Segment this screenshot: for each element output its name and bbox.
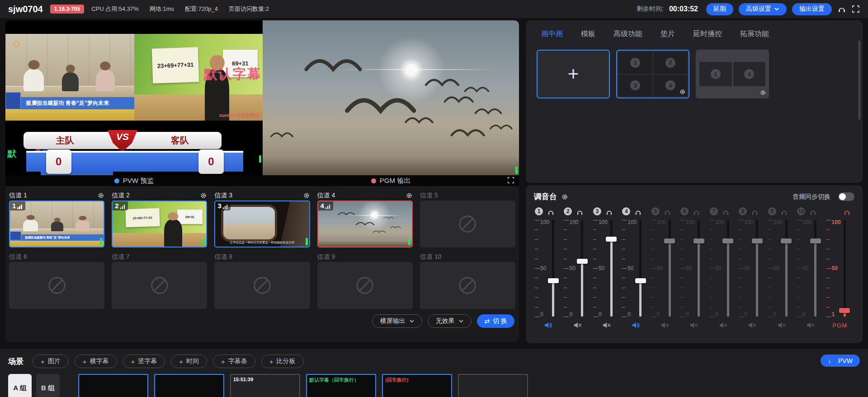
output-settings-button[interactable]: 输出设置 xyxy=(792,3,832,15)
gear-icon[interactable] xyxy=(406,192,413,199)
headphone-icon[interactable] xyxy=(780,208,788,215)
fader-track[interactable] xyxy=(756,220,758,317)
headset-icon[interactable] xyxy=(837,5,846,14)
fullscreen-icon[interactable] xyxy=(852,5,860,13)
gear-icon[interactable] xyxy=(303,192,310,199)
tab-2[interactable]: 高级功能 xyxy=(613,29,642,39)
mute-icon[interactable] xyxy=(748,321,757,329)
fader[interactable]: 100500 xyxy=(738,220,767,317)
tab-1[interactable]: 模板 xyxy=(581,29,595,39)
fader-knob[interactable] xyxy=(606,237,617,242)
fader[interactable]: 100500 xyxy=(651,220,679,317)
channel-thumbnail-9[interactable] xyxy=(317,262,413,309)
template-add-card[interactable]: + xyxy=(537,50,610,98)
add-2-button[interactable]: +竖字幕 xyxy=(123,355,165,368)
advanced-settings-button[interactable]: 高级设置 xyxy=(739,3,787,15)
fader-knob[interactable] xyxy=(781,238,792,243)
orientation-select[interactable]: 横屏输出 xyxy=(372,314,422,328)
fader-track[interactable] xyxy=(785,220,788,317)
headphone-icon[interactable] xyxy=(634,208,642,215)
gear-icon[interactable] xyxy=(200,192,207,199)
fader-track[interactable] xyxy=(844,220,846,317)
scene-thumbnail-3[interactable]: 15:51:39 xyxy=(230,374,300,397)
fader-knob[interactable] xyxy=(810,238,821,243)
add-0-button[interactable]: +图片 xyxy=(33,355,69,368)
scene-thumbnail-1[interactable] xyxy=(78,374,148,397)
headphone-icon[interactable] xyxy=(576,208,584,215)
tab-5[interactable]: 拓展功能 xyxy=(740,29,769,39)
headphone-icon[interactable] xyxy=(722,208,730,215)
group-tab-0[interactable]: A 组 xyxy=(8,374,32,397)
fader-track[interactable] xyxy=(698,220,700,317)
fader[interactable]: 100500 xyxy=(767,220,796,317)
tab-4[interactable]: 延时播控 xyxy=(693,29,722,39)
fader-track[interactable] xyxy=(581,220,583,317)
channel-thumbnail-1[interactable]: 挺膺担当建新功 青春“足”梦向未来 1 xyxy=(9,201,104,248)
gear-icon[interactable] xyxy=(561,193,568,201)
headphone-icon[interactable] xyxy=(693,208,700,215)
audio-sync-toggle[interactable] xyxy=(838,192,854,201)
fader-knob[interactable] xyxy=(664,238,675,243)
scene-thumbnail-6[interactable] xyxy=(458,374,528,397)
channel-thumbnail-2[interactable]: 23+69+77+3169+31 默认字幕xueersi 学而思网校 2 xyxy=(112,201,207,248)
fader[interactable]: 100500 xyxy=(592,220,621,317)
pvw-apply-button[interactable]: ↓ PVW xyxy=(821,355,860,367)
add-5-button[interactable]: +比分板 xyxy=(261,355,304,368)
channel-thumbnail-6[interactable] xyxy=(9,262,104,309)
fader-knob[interactable] xyxy=(577,259,588,264)
headphone-icon[interactable] xyxy=(605,208,613,215)
fader[interactable]: 100501 xyxy=(826,220,854,317)
fader-track[interactable] xyxy=(727,220,729,317)
channel-thumbnail-5[interactable] xyxy=(420,201,515,248)
add-1-button[interactable]: +横字幕 xyxy=(75,355,117,368)
headphone-icon[interactable] xyxy=(664,208,671,215)
mute-icon[interactable] xyxy=(806,321,815,329)
fader-knob[interactable] xyxy=(693,238,704,243)
headphone-icon[interactable] xyxy=(751,208,759,215)
fader-track[interactable] xyxy=(639,220,642,317)
fader[interactable]: 100500 xyxy=(709,220,738,317)
fader-knob[interactable] xyxy=(548,278,559,283)
fader-track[interactable] xyxy=(610,220,613,317)
mute-icon[interactable] xyxy=(660,321,670,329)
speaker-icon[interactable] xyxy=(544,321,553,329)
scene-thumbnail-4[interactable]: 默认字幕（回车换行） xyxy=(306,374,376,397)
mute-icon[interactable] xyxy=(573,321,582,329)
fader[interactable]: 100500 xyxy=(796,220,825,317)
fader-knob[interactable] xyxy=(752,238,763,243)
pgm-fullscreen-icon[interactable] xyxy=(507,177,514,184)
channel-thumbnail-4[interactable]: 4 xyxy=(317,201,413,248)
mute-icon[interactable] xyxy=(777,321,786,329)
speaker-icon[interactable] xyxy=(632,321,641,329)
extend-button[interactable]: 延期 xyxy=(706,3,733,15)
fader-knob[interactable] xyxy=(722,238,733,243)
scrollbar[interactable] xyxy=(859,41,860,120)
gear-icon[interactable] xyxy=(760,89,766,96)
channel-thumbnail-8[interactable] xyxy=(214,262,310,309)
group-tab-1[interactable]: B 组 xyxy=(36,374,60,397)
fader[interactable]: 100500 xyxy=(563,220,592,317)
channel-thumbnail-3[interactable]: 它不仅仅是一种出行方式更是一种别致的表达方式 3 xyxy=(214,201,310,248)
tab-0[interactable]: 画中画 xyxy=(541,29,563,39)
template-grid2-card[interactable]: 1 4 xyxy=(696,50,769,98)
tab-3[interactable]: 垫片 xyxy=(660,29,675,39)
fader[interactable]: 100500 xyxy=(621,220,650,317)
headphone-icon[interactable] xyxy=(809,208,817,215)
gear-icon[interactable] xyxy=(679,89,686,95)
effect-select[interactable]: 无效果 xyxy=(428,314,472,328)
mute-icon[interactable] xyxy=(689,321,698,329)
mute-icon[interactable] xyxy=(602,321,611,329)
fader-track[interactable] xyxy=(814,220,816,317)
fader-track[interactable] xyxy=(669,220,671,317)
add-4-button[interactable]: +字幕条 xyxy=(213,355,255,368)
scene-thumbnail-2[interactable] xyxy=(154,374,224,397)
pvw-preview[interactable]: 挺膺担当建新功 青春“足”梦向未来 23+69+77+31 69+31 默认字幕… xyxy=(5,20,263,175)
fader[interactable]: 100500 xyxy=(679,220,708,317)
channel-thumbnail-10[interactable] xyxy=(420,262,515,309)
headphone-icon[interactable] xyxy=(843,208,851,215)
switch-button[interactable]: ⇄切 换 xyxy=(477,314,514,328)
pgm-output[interactable] xyxy=(263,20,519,175)
mute-icon[interactable] xyxy=(719,321,728,329)
fader-knob[interactable] xyxy=(635,278,646,283)
scene-thumbnail-5[interactable]: (回车换行) xyxy=(382,374,452,397)
